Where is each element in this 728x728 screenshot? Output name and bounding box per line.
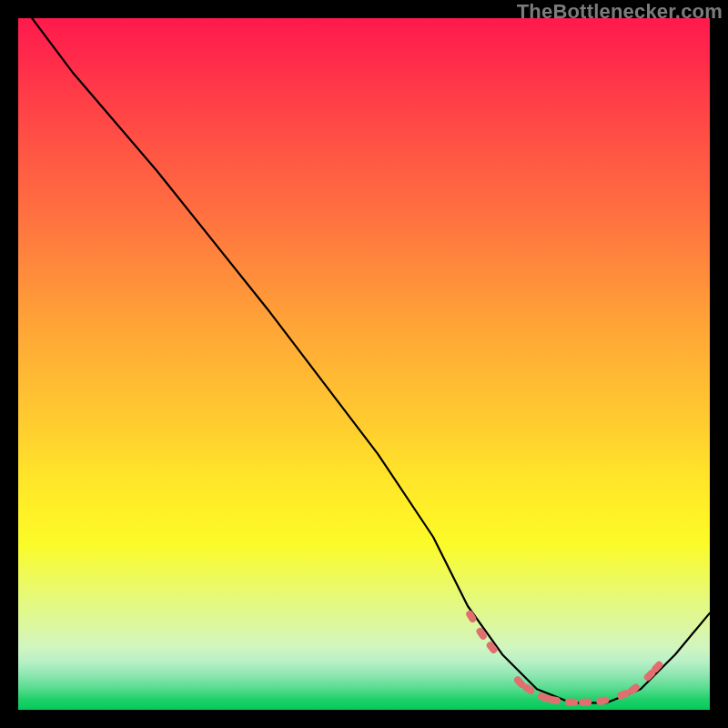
chart-markers (465, 609, 664, 706)
svg-rect-10 (616, 689, 631, 700)
svg-rect-0 (465, 609, 478, 623)
svg-rect-11 (626, 682, 641, 696)
svg-rect-3 (512, 675, 526, 690)
svg-rect-8 (579, 698, 592, 706)
svg-rect-7 (565, 698, 578, 706)
chart-plot-area (18, 18, 710, 710)
chart-container: TheBottlenecker.com (0, 0, 728, 728)
svg-rect-13 (651, 660, 664, 674)
svg-rect-12 (642, 668, 657, 682)
svg-rect-1 (475, 626, 488, 641)
svg-rect-9 (596, 696, 610, 706)
svg-rect-5 (537, 692, 551, 703)
svg-rect-2 (485, 641, 499, 655)
svg-rect-4 (521, 682, 536, 695)
chart-svg (18, 18, 710, 710)
svg-rect-6 (547, 695, 561, 704)
chart-curve (32, 18, 710, 703)
